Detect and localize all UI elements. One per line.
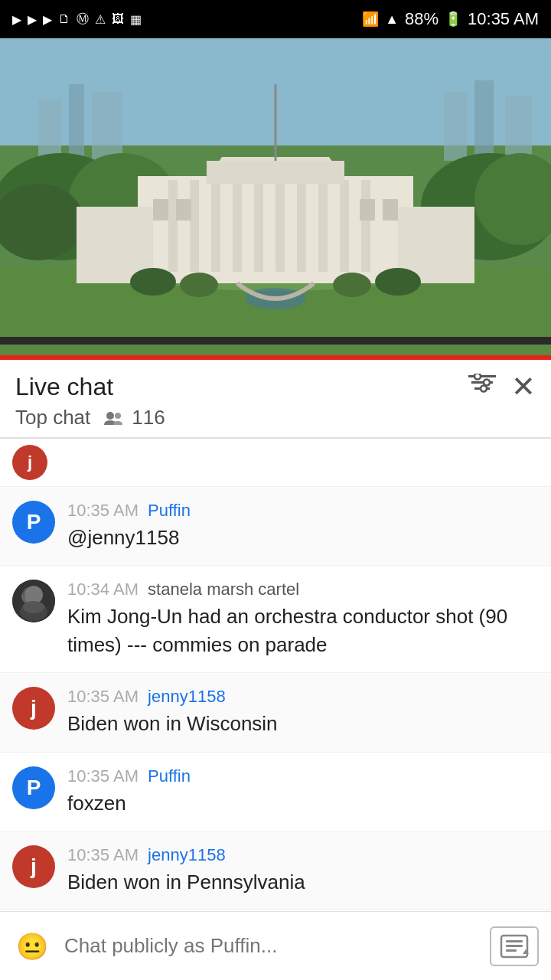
msg-time: 10:34 AM: [67, 580, 139, 599]
msg-username: Puffin: [148, 766, 191, 786]
avatar: j: [12, 845, 55, 888]
svg-rect-4: [92, 92, 122, 161]
msg-time: 10:35 AM: [67, 687, 139, 706]
svg-rect-25: [340, 180, 349, 272]
msg-meta: 10:35 AM Puffin: [67, 766, 539, 786]
msg-username: Puffin: [148, 501, 191, 520]
svg-rect-18: [190, 180, 199, 272]
svg-rect-7: [505, 96, 532, 161]
svg-point-39: [375, 268, 421, 296]
send-button[interactable]: [490, 926, 539, 966]
msg-username: stanela marsh cartel: [148, 580, 299, 599]
chat-input-area: 😐: [0, 911, 551, 980]
svg-point-46: [481, 385, 487, 391]
svg-rect-24: [318, 180, 328, 272]
chat-input[interactable]: [64, 926, 478, 966]
svg-rect-41: [468, 375, 496, 377]
msg-time: 10:35 AM: [67, 501, 139, 520]
svg-rect-2: [38, 100, 61, 161]
svg-rect-57: [506, 945, 523, 947]
notif-icon-6: ⚠: [95, 12, 106, 27]
svg-point-44: [474, 374, 481, 380]
notif-icon-7: 🖼: [112, 12, 124, 26]
notif-icon-2: ▶: [28, 12, 37, 27]
svg-rect-28: [207, 161, 344, 184]
video-area: [0, 38, 551, 360]
svg-point-37: [180, 273, 218, 297]
msg-text: Biden won in Pennsylvania: [67, 868, 539, 896]
video-progress-bar: [0, 355, 551, 360]
svg-rect-34: [360, 199, 375, 220]
notif-icon-4: 🗋: [58, 12, 70, 26]
avatar: P: [12, 501, 55, 544]
svg-point-36: [130, 268, 176, 296]
msg-username: jenny1158: [148, 687, 226, 706]
battery-icon: 🔋: [445, 11, 461, 28]
table-row: P 10:35 AM Puffin @jenny1158: [0, 487, 551, 566]
chat-message-partial: j: [0, 439, 551, 487]
svg-point-38: [333, 273, 371, 297]
msg-time: 10:35 AM: [67, 845, 139, 864]
emoji-icon: 😐: [16, 931, 48, 962]
signal-icon: ▲: [385, 11, 399, 28]
svg-rect-17: [168, 180, 178, 272]
msg-text: foxzen: [67, 789, 539, 817]
table-row: P 10:35 AM Puffin foxzen: [0, 753, 551, 831]
notif-icon-3: ▶: [43, 12, 52, 27]
msg-content: 10:34 AM stanela marsh cartel Kim Jong-U…: [67, 580, 539, 658]
svg-point-54: [23, 601, 44, 613]
svg-rect-21: [254, 180, 263, 272]
svg-rect-32: [153, 199, 168, 220]
msg-meta: 10:34 AM stanela marsh cartel: [67, 580, 539, 599]
svg-rect-20: [233, 180, 242, 272]
svg-rect-35: [383, 199, 398, 220]
status-bar-right: 📶 ▲ 88% 🔋 10:35 AM: [362, 9, 539, 29]
live-chat-title: Live chat: [15, 373, 113, 401]
svg-rect-58: [506, 949, 517, 952]
msg-content: 10:35 AM jenny1158 Biden won in Wisconsi…: [67, 687, 539, 737]
avatar: [12, 580, 55, 622]
svg-rect-3: [69, 84, 84, 161]
notif-icon-1: ▶: [12, 12, 21, 27]
svg-rect-19: [211, 180, 220, 272]
svg-point-45: [484, 379, 490, 385]
time-display: 10:35 AM: [468, 9, 539, 29]
status-bar-left: ▶ ▶ ▶ 🗋 Ⓜ ⚠ 🖼 ▦: [12, 11, 142, 28]
svg-rect-22: [276, 180, 285, 272]
svg-rect-56: [506, 940, 523, 942]
top-chat-label[interactable]: Top chat: [15, 406, 90, 430]
table-row: j 10:35 AM jenny1158 Biden won in Pennsy…: [0, 831, 551, 910]
avatar: j: [12, 687, 55, 730]
header-icons: ✕: [468, 372, 536, 401]
msg-text: Kim Jong-Un had an orchestra conductor s…: [67, 603, 539, 658]
filter-icon[interactable]: [468, 374, 496, 400]
msg-content: 10:35 AM Puffin foxzen: [67, 766, 539, 817]
msg-content: 10:35 AM Puffin @jenny1158: [67, 501, 539, 551]
svg-rect-23: [297, 180, 306, 272]
msg-meta: 10:35 AM jenny1158: [67, 687, 539, 707]
notif-icon-5: Ⓜ: [77, 11, 89, 28]
msg-content: 10:35 AM jenny1158 Biden won in Pennsylv…: [67, 845, 539, 896]
viewer-count-number: 116: [132, 406, 165, 430]
emoji-button[interactable]: 😐: [12, 926, 52, 966]
status-bar: ▶ ▶ ▶ 🗋 Ⓜ ⚠ 🖼 ▦ 📶 ▲ 88% 🔋 10:35 AM: [0, 0, 551, 38]
battery-text: 88%: [405, 9, 439, 29]
svg-rect-40: [0, 337, 551, 345]
msg-meta: 10:35 AM jenny1158: [67, 845, 539, 865]
notif-icon-8: ▦: [130, 12, 142, 27]
svg-point-47: [106, 412, 114, 420]
svg-rect-26: [361, 180, 370, 272]
viewer-count: 116: [103, 406, 165, 430]
chat-list: j P 10:35 AM Puffin @jenny1158: [0, 439, 551, 980]
wifi-icon: 📶: [362, 11, 379, 28]
svg-rect-33: [176, 199, 191, 220]
msg-time: 10:35 AM: [67, 766, 139, 786]
svg-rect-5: [444, 92, 467, 161]
msg-text: Biden won in Wisconsin: [67, 710, 539, 737]
avatar: j: [12, 445, 47, 480]
svg-point-48: [115, 413, 121, 419]
msg-username: jenny1158: [148, 845, 226, 864]
close-button[interactable]: ✕: [511, 372, 536, 401]
chat-header: Live chat ✕ Top chat: [0, 360, 551, 438]
chat-header-sub: Top chat 116: [15, 406, 536, 430]
